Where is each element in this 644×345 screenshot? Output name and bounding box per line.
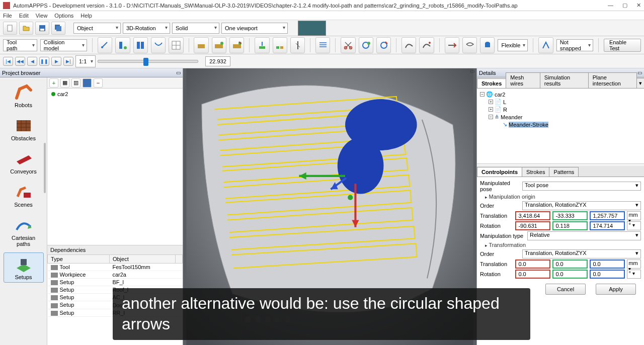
tool-icon-7[interactable] [212,37,226,53]
expand-icon[interactable]: + [489,107,493,112]
manip-origin-section[interactable]: Manipulation origin [480,194,641,200]
play-back-icon[interactable]: ◀ [27,57,37,66]
save-all-icon[interactable] [51,22,65,35]
new-icon[interactable] [3,22,17,35]
tab-mesh-wires[interactable]: Mesh wires [506,72,540,88]
skip-end-icon[interactable]: ▶| [63,57,73,66]
expand-icon[interactable]: − [489,115,493,119]
slider-thumb[interactable] [143,58,148,66]
tool-icon-6[interactable] [194,37,208,53]
rotation-x-input[interactable] [515,221,550,230]
tree-node-car2[interactable]: car2 [51,91,179,98]
r2-z-input[interactable] [590,270,625,279]
maximize-button[interactable]: ▢ [622,2,627,9]
order2-dropdown[interactable]: Translation, RotationZYX▾ [522,249,641,258]
tool-icon-17[interactable] [445,37,459,53]
deps-row[interactable]: Workpiececar2a [48,271,183,279]
t2-z-input[interactable] [590,260,625,269]
skip-start-icon[interactable]: |◀ [3,57,13,66]
cancel-button[interactable]: Cancel [545,284,586,295]
cat-setups[interactable]: Setups [4,252,44,283]
cat-scenes[interactable]: Scenes [4,180,44,210]
step-back-icon[interactable]: ◀◀ [15,57,25,66]
tool-icon-3[interactable] [133,37,148,53]
tree-save-icon[interactable] [83,78,92,88]
rail-scrollbar[interactable] [44,143,46,193]
collision-dropdown[interactable]: Collision model [40,39,87,51]
render-dropdown[interactable]: Solid [172,23,219,34]
rotation-z-input[interactable] [590,221,625,230]
tool-icon-1[interactable] [98,37,112,53]
pause-icon[interactable]: ❚❚ [39,57,49,66]
transformation-section[interactable]: Transformation [480,242,641,248]
deps-row[interactable]: SetupBF_l [48,279,183,286]
tool-icon-16[interactable] [419,37,434,53]
rotation-dropdown[interactable]: 3D-Rotation [123,23,170,34]
t2-y-input[interactable] [552,260,588,269]
tabs-overflow-icon[interactable]: ▾ [636,78,644,88]
viewport-thumbnail[interactable] [298,21,326,36]
deps-row[interactable]: ToolFesTool150mm [48,264,183,271]
time-slider[interactable] [98,60,198,63]
tree-del-icon[interactable]: − [94,78,103,88]
speed-dropdown[interactable]: 1:1 [75,55,96,67]
rotation-unit-dropdown[interactable]: ° ▾ [627,221,641,230]
project-tree[interactable]: car2 [47,89,183,245]
object-dropdown[interactable]: Object [73,23,121,34]
translation-y-input[interactable] [552,211,588,220]
menu-options[interactable]: Options [54,13,73,19]
viewport-pin-icon[interactable]: ▭ [470,68,474,74]
viewport-dropdown[interactable]: One viewport [221,23,288,34]
strokes-tree[interactable]: −🌐car2 +📄L +📄R −⋔Meander ↘Meander-Stroke [477,89,644,164]
pin-icon[interactable]: ▭ [176,70,181,75]
apply-button[interactable]: Apply [596,284,636,295]
tab-strokes[interactable]: Strokes [477,78,506,88]
t2-x-input[interactable] [515,260,550,269]
tree-node-meander-stroke[interactable]: Meander-Stroke [509,122,548,128]
tree-add-icon[interactable]: + [49,78,58,88]
tool-icon-4[interactable] [151,37,166,53]
menu-view[interactable]: View [36,13,48,19]
pin-icon-right[interactable]: ▭ [637,70,642,75]
tab-plane-intersection[interactable]: Plane intersection [588,72,637,88]
snap-icon[interactable] [538,37,553,53]
cat-obstacles[interactable]: Obstacles [4,114,44,144]
minimize-button[interactable]: — [608,2,613,9]
translation-z-input[interactable] [590,211,625,220]
play-icon[interactable]: ▶ [51,57,61,66]
rotation-y-input[interactable] [552,221,588,230]
tool-icon-13[interactable] [359,37,373,53]
close-button[interactable]: ✕ [636,2,641,9]
cat-conveyors[interactable]: Conveyors [4,147,44,177]
flexible-dropdown[interactable]: Flexible [498,39,528,51]
open-icon[interactable] [19,22,33,35]
snap-dropdown[interactable]: Not snapped [556,39,593,51]
manip-type-dropdown[interactable]: Relative▾ [527,231,641,240]
r2-y-input[interactable] [552,270,588,279]
tree-btn-icon[interactable]: ▦ [60,78,69,88]
translation-x-input[interactable] [515,211,550,220]
cut-icon[interactable] [341,37,355,53]
tool-icon-12[interactable] [315,37,330,53]
menu-file[interactable]: File [3,13,12,19]
cat-robots[interactable]: Robots [4,80,44,111]
enable-test-button[interactable]: Enable Test [604,39,641,52]
tool-icon-10[interactable] [273,37,287,53]
tab-simulation-results[interactable]: Simulation results [540,72,589,88]
order1-dropdown[interactable]: Translation, RotationZYX▾ [522,201,641,210]
tool-icon-14[interactable] [376,37,391,53]
save-icon[interactable] [35,22,49,35]
translation-unit-dropdown[interactable]: mm ▾ [627,211,641,220]
tool-icon-5[interactable] [169,37,183,53]
tree-btn2-icon[interactable]: ▥ [71,78,80,88]
tab-patterns[interactable]: Patterns [549,167,579,177]
tool-icon-8[interactable] [229,37,244,53]
tab-strokes2[interactable]: Strokes [522,167,549,177]
cat-cartesian-paths[interactable]: Cartesian paths [4,213,44,249]
expand-icon[interactable]: + [489,100,493,104]
tab-controlpoints[interactable]: Controlpoints [477,167,522,177]
tool-icon-11[interactable] [290,37,305,53]
t2-unit-dropdown[interactable]: mm ▾ [627,260,641,269]
r2-x-input[interactable] [515,270,550,279]
r2-unit-dropdown[interactable]: ° ▾ [627,270,641,279]
